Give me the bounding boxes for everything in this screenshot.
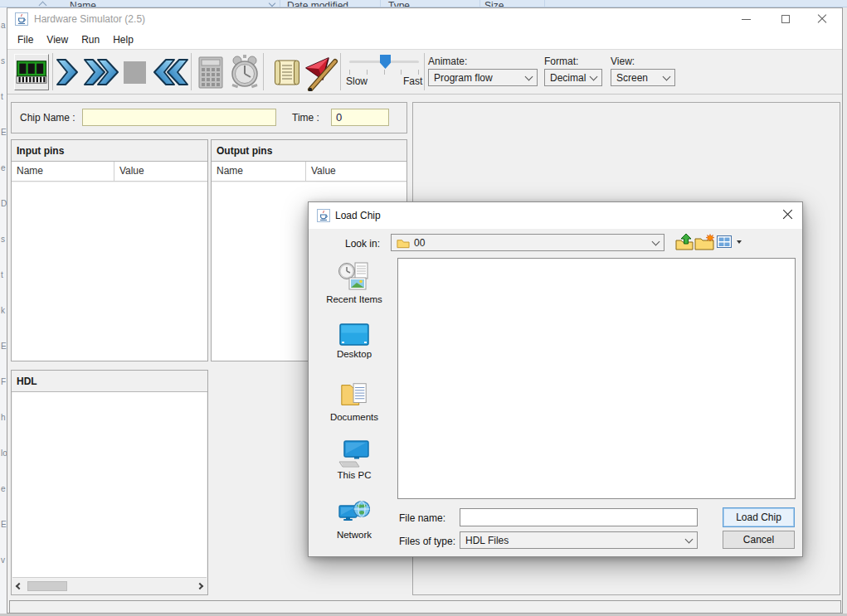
look-in-value: 00: [414, 237, 649, 249]
look-in-label: Look in:: [345, 238, 380, 250]
recent-items-icon: [338, 262, 370, 292]
calculator-button: [195, 55, 226, 91]
sort-ascending-icon: [39, 2, 47, 7]
folder-icon: [397, 237, 410, 249]
menu-view[interactable]: View: [40, 32, 75, 47]
screen: Name Date modified Type Size a s t E e D…: [0, 0, 847, 616]
bg-column-type: Type: [388, 0, 410, 7]
view-menu-button[interactable]: [714, 232, 734, 252]
load-chip-dialog: Load Chip Look in: 00: [308, 201, 803, 557]
column-separator: [280, 0, 280, 7]
menu-file[interactable]: File: [11, 32, 40, 47]
speed-slider-ticks: [349, 70, 419, 75]
memory-chip-icon: [16, 58, 47, 86]
menu-help[interactable]: Help: [106, 32, 140, 47]
toolbar-separator: [191, 53, 192, 90]
view-select[interactable]: Screen: [611, 69, 675, 86]
clock-button: [228, 53, 261, 91]
place-desktop[interactable]: Desktop: [318, 323, 391, 359]
calculator-icon: [197, 56, 225, 90]
toolbar-separator: [340, 53, 341, 90]
maximize-button[interactable]: [767, 8, 804, 30]
single-step-button[interactable]: [54, 56, 80, 88]
this-pc-icon: [338, 439, 370, 468]
create-new-folder-button[interactable]: [694, 232, 714, 252]
dialog-close-button[interactable]: [782, 210, 794, 221]
format-label: Format:: [544, 56, 578, 67]
column-separator: [544, 0, 545, 7]
scroll-left-arrow[interactable]: [12, 579, 26, 594]
view-label: View:: [611, 56, 635, 67]
chevron-down-icon: [685, 535, 694, 543]
hdl-content[interactable]: [12, 392, 207, 578]
column-separator: [380, 0, 381, 7]
network-icon: [338, 497, 370, 527]
speed-slider-handle[interactable]: [380, 55, 391, 69]
up-one-level-button[interactable]: [674, 232, 694, 252]
rewind-icon: [153, 57, 189, 87]
background-explorer-header: Name Date modified Type Size: [0, 0, 847, 7]
hdl-horizontal-scrollbar[interactable]: [12, 579, 207, 594]
column-header-name: Name: [12, 162, 114, 181]
output-pins-header: Name Value: [212, 162, 406, 182]
time-label: Time :: [292, 112, 319, 124]
place-this-pc[interactable]: This PC: [318, 439, 391, 480]
alarm-clock-icon: [229, 54, 260, 90]
chevron-down-icon: [525, 72, 533, 80]
file-name-input[interactable]: [460, 508, 698, 526]
format-select[interactable]: Decimal: [544, 69, 602, 86]
desktop-icon: [339, 323, 369, 347]
chevron-down-icon: [590, 72, 598, 80]
load-chip-toolbar-button[interactable]: [14, 54, 49, 90]
clear-breakpoints-button[interactable]: [303, 54, 339, 92]
look-in-select[interactable]: 00: [391, 234, 664, 251]
view-menu-caret-icon: [737, 240, 742, 244]
slider-slow-label: Slow: [346, 75, 368, 87]
input-pins-table[interactable]: [12, 182, 207, 361]
java-app-icon: [317, 209, 330, 222]
hdl-panel: HDL: [11, 370, 208, 595]
toolbar-separator: [263, 53, 264, 90]
close-button[interactable]: [804, 8, 840, 30]
files-of-type-label: Files of type:: [399, 536, 455, 547]
slider-fast-label: Fast: [403, 75, 422, 87]
cancel-button[interactable]: Cancel: [723, 531, 795, 549]
animate-select[interactable]: Program flow: [428, 69, 538, 86]
flag-pencil-icon: [304, 55, 338, 91]
chevron-down-icon: [269, 0, 275, 7]
java-app-icon: [15, 12, 28, 26]
chevron-down-icon: [663, 72, 671, 80]
up-folder-icon: [675, 234, 694, 250]
column-separator: [479, 0, 480, 7]
chip-name-input[interactable]: [82, 109, 276, 126]
rewind-button[interactable]: [152, 56, 190, 88]
file-list[interactable]: [397, 258, 796, 499]
place-network[interactable]: Network: [318, 497, 391, 540]
toolbar: Slow Fast Animate: Program flow Format: …: [7, 49, 842, 95]
toolbar-separator: [52, 53, 53, 90]
background-left-edge: a s t E e D s t k E F h lo e E v: [0, 7, 7, 614]
files-of-type-select[interactable]: HDL Files: [460, 531, 698, 549]
menu-run[interactable]: Run: [75, 32, 106, 47]
place-recent-items[interactable]: Recent Items: [318, 262, 391, 304]
background-text-fragments: a s t E e D s t k E F h lo e E v: [0, 7, 7, 578]
column-header-value: Value: [114, 162, 207, 181]
dialog-title: Load Chip: [335, 210, 381, 221]
file-name-label: File name:: [399, 512, 445, 524]
scroll-right-arrow[interactable]: [193, 579, 207, 594]
chip-name-bar: Chip Name : Time :: [11, 102, 407, 133]
place-documents[interactable]: Documents: [318, 380, 391, 422]
run-button[interactable]: [82, 56, 120, 88]
column-header-value: Value: [306, 162, 406, 181]
view-script-button[interactable]: [272, 56, 302, 90]
load-chip-button[interactable]: Load Chip: [723, 507, 795, 527]
animate-label: Animate:: [428, 56, 467, 67]
scrollbar-thumb[interactable]: [27, 581, 67, 591]
minimize-button[interactable]: [728, 8, 764, 30]
hdl-title: HDL: [12, 371, 207, 392]
single-step-icon: [55, 57, 80, 87]
stop-button[interactable]: [123, 61, 146, 84]
column-header-name: Name: [212, 162, 306, 181]
status-bar: [9, 600, 841, 614]
time-field[interactable]: [331, 109, 389, 126]
